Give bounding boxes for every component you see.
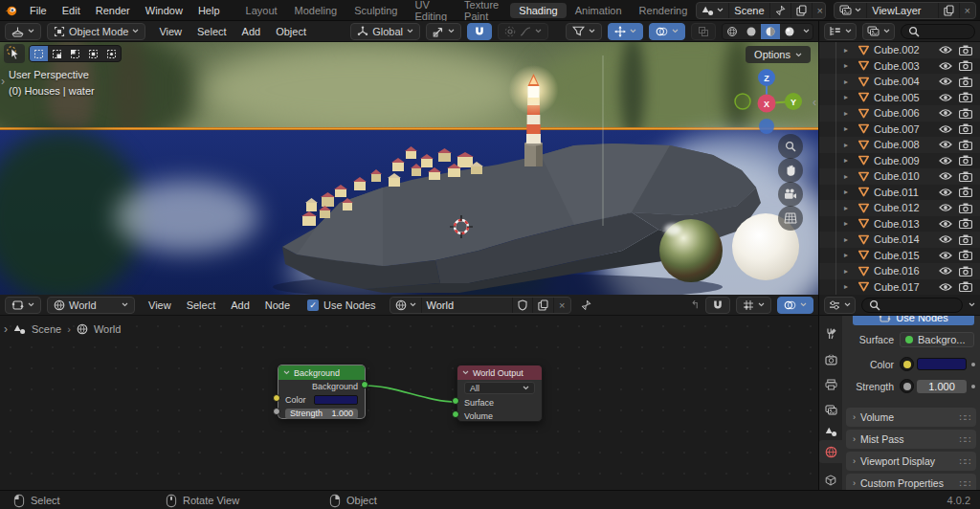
- remove-viewlayer-button[interactable]: ×: [959, 3, 975, 18]
- outliner-item[interactable]: ▸Cube.010: [819, 168, 980, 185]
- properties-search-input[interactable]: [884, 299, 955, 310]
- expand-arrow-icon[interactable]: ▸: [844, 141, 854, 149]
- unlink-scene-button[interactable]: ×: [812, 3, 827, 18]
- hide-in-viewport-toggle[interactable]: [939, 266, 952, 277]
- expand-arrow-icon[interactable]: ▸: [844, 235, 854, 244]
- workspace-tab-animation[interactable]: Animation: [567, 3, 631, 18]
- workspace-tab-modeling[interactable]: Modeling: [286, 3, 346, 18]
- grid-ortho-icon[interactable]: [778, 206, 803, 231]
- new-scene-button[interactable]: [791, 3, 812, 18]
- outliner-item[interactable]: ▸Cube.007: [819, 122, 980, 138]
- viewport-menu-view[interactable]: View: [151, 24, 189, 39]
- expand-arrow-icon[interactable]: ▸: [844, 93, 854, 101]
- strength-value-field[interactable]: 1.000: [917, 380, 967, 393]
- disable-in-render-toggle[interactable]: [959, 155, 972, 166]
- node-overlays-dropdown[interactable]: [777, 297, 813, 314]
- shading-solid-button[interactable]: [742, 24, 761, 39]
- world-output-node[interactable]: World Output All Surface Volume: [457, 365, 543, 422]
- disable-in-render-toggle[interactable]: [959, 234, 972, 245]
- select-mode-new[interactable]: [30, 46, 48, 61]
- hide-in-viewport-toggle[interactable]: [939, 187, 952, 197]
- hide-in-viewport-toggle[interactable]: [939, 123, 952, 134]
- select-mode-invert[interactable]: [84, 46, 102, 61]
- world-browse-button[interactable]: [390, 298, 421, 313]
- outliner-display-mode-dropdown[interactable]: [824, 23, 857, 40]
- viewlayer-browse-button[interactable]: [835, 3, 866, 18]
- expand-arrow-icon[interactable]: ▸: [844, 109, 854, 118]
- outliner-item[interactable]: ▸Cube.015: [819, 248, 980, 264]
- workspace-tab-sculpting[interactable]: Sculpting: [345, 3, 406, 18]
- scene-browse-button[interactable]: [697, 3, 728, 18]
- tweak-tool-icon[interactable]: [4, 44, 25, 63]
- menu-file[interactable]: File: [22, 3, 55, 18]
- world-color-swatch[interactable]: [917, 358, 967, 370]
- gizmos-dropdown[interactable]: [608, 23, 643, 40]
- snap-target-dropdown[interactable]: [426, 23, 461, 40]
- node-snap-dropdown[interactable]: [736, 297, 771, 314]
- outliner-item[interactable]: ▸Cube.017: [819, 279, 980, 296]
- node-menu-select[interactable]: Select: [179, 298, 224, 313]
- disable-in-render-toggle[interactable]: [959, 60, 972, 71]
- hide-in-viewport-toggle[interactable]: [939, 140, 952, 150]
- selectability-filter-dropdown[interactable]: [566, 23, 602, 40]
- shader-node-editor[interactable]: › Scene › World Background Background Co…: [0, 316, 818, 490]
- blender-logo-icon[interactable]: [4, 4, 18, 17]
- viewlayer-name[interactable]: ViewLayer: [866, 3, 937, 18]
- properties-search[interactable]: [861, 298, 963, 313]
- expand-arrow-icon[interactable]: ▸: [844, 124, 854, 133]
- expand-arrow-icon[interactable]: ▸: [844, 219, 854, 228]
- expand-arrow-icon[interactable]: ▸: [844, 267, 854, 276]
- strength-socket[interactable]: [900, 379, 914, 393]
- menu-render[interactable]: Render: [88, 3, 138, 18]
- hide-in-viewport-toggle[interactable]: [939, 203, 952, 213]
- hide-in-viewport-toggle[interactable]: [939, 218, 952, 229]
- outliner-item[interactable]: ▸Cube.016: [819, 263, 980, 279]
- pin-icon[interactable]: [581, 299, 591, 311]
- select-mode-intersect[interactable]: [102, 46, 121, 61]
- outliner-item[interactable]: ▸Cube.011: [819, 185, 980, 201]
- hide-in-viewport-toggle[interactable]: [939, 171, 952, 182]
- viewport-menu-select[interactable]: Select: [189, 24, 234, 39]
- hide-in-viewport-toggle[interactable]: [939, 234, 952, 245]
- zoom-tool-icon[interactable]: [778, 134, 803, 159]
- snap-toggle[interactable]: [467, 23, 492, 40]
- background-node-header[interactable]: Background: [278, 365, 365, 380]
- select-mode-extend[interactable]: [48, 46, 66, 61]
- outliner-item[interactable]: ▸Cube.012: [819, 200, 980, 216]
- tab-output[interactable]: [819, 373, 842, 396]
- color-swatch[interactable]: [314, 395, 358, 405]
- hide-in-viewport-toggle[interactable]: [939, 60, 952, 71]
- outliner-item[interactable]: ▸Cube.008: [819, 137, 980, 153]
- menu-help[interactable]: Help: [190, 3, 228, 18]
- disable-in-render-toggle[interactable]: [959, 77, 972, 87]
- overlays-dropdown[interactable]: [649, 23, 685, 40]
- expand-arrow-icon[interactable]: ▸: [844, 156, 854, 165]
- shading-wireframe-button[interactable]: [723, 24, 742, 39]
- disable-in-render-toggle[interactable]: [959, 187, 972, 197]
- shader-type-dropdown[interactable]: World: [47, 297, 135, 314]
- expand-arrow-icon[interactable]: ▸: [844, 204, 854, 212]
- use-nodes-button[interactable]: Use Nodes: [853, 316, 974, 325]
- options-button[interactable]: Options: [746, 46, 811, 63]
- camera-view-icon[interactable]: [778, 182, 803, 207]
- panel-mist-pass[interactable]: ›Mist Pass∷∷: [846, 430, 976, 449]
- expand-arrow-icon[interactable]: ▸: [844, 282, 854, 291]
- parent-nodetree-button[interactable]: ↰: [691, 299, 700, 311]
- shading-options-dropdown[interactable]: [799, 24, 813, 39]
- gizmo-axis-neg-z[interactable]: [759, 119, 774, 134]
- expand-arrow-icon[interactable]: ▸: [844, 172, 854, 181]
- expand-arrow-icon[interactable]: ▸: [844, 77, 854, 86]
- pin-icon[interactable]: [769, 3, 791, 18]
- hide-in-viewport-toggle[interactable]: [939, 92, 952, 102]
- outliner-search-input[interactable]: [924, 26, 968, 36]
- outliner-item[interactable]: ▸Cube.002: [819, 42, 980, 58]
- new-world-button[interactable]: [532, 298, 553, 313]
- strength-field[interactable]: Strength 1.000: [285, 409, 358, 419]
- use-nodes-checkbox[interactable]: ✓ Use Nodes: [307, 299, 375, 311]
- mode-dropdown[interactable]: Object Mode: [47, 23, 145, 40]
- new-viewlayer-button[interactable]: [938, 3, 959, 18]
- background-output-socket[interactable]: [361, 381, 368, 388]
- gizmo-axis-neg-y[interactable]: [735, 94, 750, 109]
- surface-shader-button[interactable]: Backgro...: [900, 332, 974, 347]
- toolbar-expand-arrow[interactable]: ›: [1, 75, 5, 88]
